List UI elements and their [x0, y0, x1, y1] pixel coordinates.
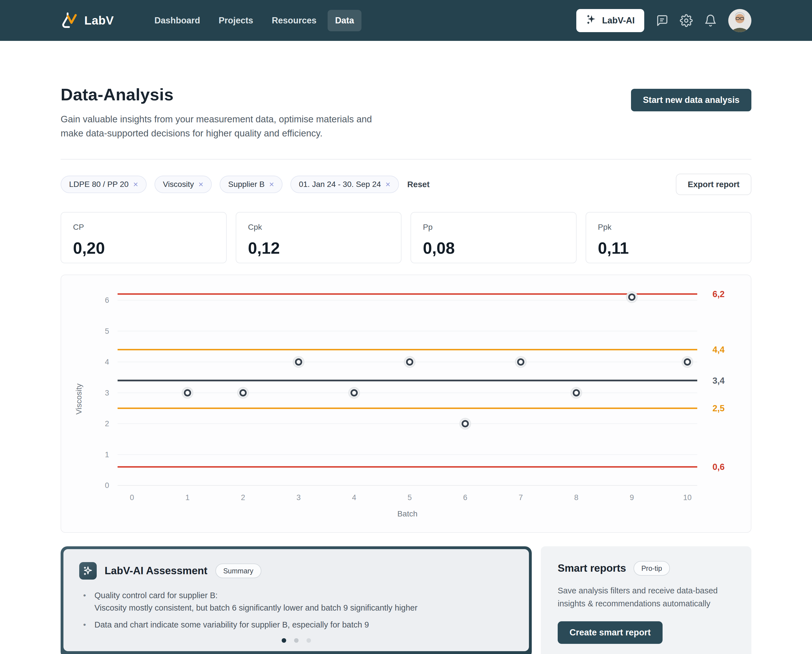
- pro-tip-badge: Pro-tip: [633, 561, 670, 576]
- nav-item-dashboard[interactable]: Dashboard: [147, 10, 208, 31]
- labv-ai-button-label: LabV-AI: [602, 15, 635, 26]
- data-point-batch-6[interactable]: [459, 418, 471, 429]
- x-tick-label: 9: [630, 493, 634, 502]
- metric-value: 0,11: [598, 238, 739, 257]
- y-tick-label: 3: [105, 389, 109, 397]
- bullet-dot: •: [83, 589, 95, 614]
- control-line-label-center-line: 3,4: [713, 376, 725, 386]
- x-tick-label: 5: [407, 493, 411, 502]
- assessment-carousel: [79, 638, 513, 643]
- x-tick-label: 2: [241, 493, 245, 502]
- carousel-dot-3[interactable]: [306, 638, 311, 643]
- data-point-batch-7[interactable]: [515, 356, 527, 368]
- assessment-header: LabV-AI Assessment Summary: [79, 562, 513, 579]
- carousel-dot-1[interactable]: [282, 638, 286, 643]
- smart-reports-title: Smart reports: [558, 562, 626, 574]
- metric-label: Ppk: [598, 223, 739, 232]
- y-tick-label: 2: [105, 419, 109, 428]
- section-divider: [61, 159, 751, 160]
- nav-item-data[interactable]: Data: [327, 10, 361, 31]
- y-tick-label: 4: [105, 358, 109, 366]
- control-chart-card: 0123456012345678910BatchViscosity6,24,43…: [61, 275, 751, 533]
- nav-item-resources[interactable]: Resources: [265, 10, 324, 31]
- close-icon[interactable]: ×: [385, 180, 390, 189]
- y-tick-label: 5: [105, 327, 109, 335]
- carousel-dot-2[interactable]: [294, 638, 298, 643]
- y-axis-label: Viscosity: [75, 384, 83, 414]
- filter-chip-material[interactable]: LDPE 80 / PP 20 ×: [61, 176, 147, 193]
- chat-icon: [656, 14, 668, 27]
- metric-label: Pp: [423, 223, 564, 232]
- x-tick-label: 6: [463, 493, 467, 502]
- metric-card-cp: CP 0,20: [61, 212, 227, 263]
- assessment-bullets: • Quality control card for supplier B: V…: [79, 589, 513, 631]
- metric-card-cpk: Cpk 0,12: [236, 212, 402, 263]
- close-icon[interactable]: ×: [133, 180, 138, 189]
- page-title: Data-Analysis: [61, 85, 372, 104]
- topbar-right: LabV-AI: [576, 9, 751, 32]
- data-point-batch-3[interactable]: [293, 356, 304, 368]
- data-point-batch-2[interactable]: [237, 387, 249, 399]
- smart-reports-description: Save analysis filters and receive data-b…: [558, 584, 734, 610]
- notifications-button[interactable]: [704, 14, 717, 27]
- user-avatar[interactable]: [728, 9, 751, 32]
- data-point-batch-1[interactable]: [182, 387, 193, 399]
- y-tick-label: 0: [105, 481, 109, 490]
- brand-name: LabV: [84, 14, 114, 28]
- ai-assessment-frame: LabV-AI Assessment Summary • Quality con…: [61, 546, 532, 654]
- data-point-batch-9[interactable]: [626, 291, 638, 303]
- flask-logo-icon: [61, 12, 78, 29]
- x-tick-label: 3: [296, 493, 301, 502]
- filter-chip-parameter[interactable]: Viscosity ×: [154, 176, 212, 193]
- metric-label: Cpk: [248, 223, 389, 232]
- smart-reports-card: Smart reports Pro-tip Save analysis filt…: [541, 546, 751, 654]
- metric-label: CP: [73, 223, 214, 232]
- reset-filters-button[interactable]: Reset: [407, 180, 430, 189]
- assessment-bullet: • Data and chart indicate some variabili…: [83, 619, 513, 631]
- nav-item-projects[interactable]: Projects: [211, 10, 260, 31]
- smart-reports-header: Smart reports Pro-tip: [558, 561, 734, 576]
- ai-assessment-card: LabV-AI Assessment Summary • Quality con…: [63, 549, 529, 651]
- labv-logo[interactable]: LabV: [61, 12, 114, 29]
- x-tick-label: 10: [683, 493, 691, 502]
- data-point-batch-10[interactable]: [682, 356, 693, 368]
- control-line-label-lower-warning-limit: 2,5: [713, 403, 725, 413]
- export-report-button[interactable]: Export report: [676, 174, 751, 195]
- feedback-button[interactable]: [656, 14, 668, 27]
- data-analysis-page: LabV Dashboard Projects Resources Data L…: [0, 0, 812, 654]
- x-tick-label: 0: [130, 493, 134, 502]
- data-point-batch-8[interactable]: [570, 387, 582, 399]
- x-tick-label: 7: [518, 493, 523, 502]
- y-tick-label: 6: [105, 296, 109, 304]
- summary-badge: Summary: [216, 564, 261, 578]
- top-navigation-bar: LabV Dashboard Projects Resources Data L…: [0, 0, 812, 41]
- labv-ai-button[interactable]: LabV-AI: [576, 9, 644, 32]
- metric-value: 0,12: [248, 238, 389, 257]
- filter-chip-daterange[interactable]: 01. Jan 24 - 30. Sep 24 ×: [291, 176, 399, 193]
- avatar-portrait: [728, 9, 751, 32]
- sparkle-icon: [79, 562, 97, 579]
- close-icon[interactable]: ×: [269, 180, 274, 189]
- start-new-analysis-button[interactable]: Start new data analysis: [631, 89, 751, 112]
- settings-button[interactable]: [680, 14, 693, 27]
- close-icon[interactable]: ×: [199, 180, 203, 189]
- x-tick-label: 4: [352, 493, 356, 502]
- bell-icon: [704, 14, 717, 27]
- filter-bar: LDPE 80 / PP 20 × Viscosity × Supplier B…: [61, 174, 751, 195]
- metric-card-pp: Pp 0,08: [410, 212, 577, 263]
- data-point-batch-5[interactable]: [404, 356, 416, 368]
- control-line-label-lower-spec-limit: 0,6: [713, 462, 725, 472]
- control-chart-svg: 0123456012345678910BatchViscosity6,24,43…: [61, 275, 749, 532]
- gear-icon: [680, 14, 693, 27]
- capability-metrics: CP 0,20 Cpk 0,12 Pp 0,08 Ppk 0,11: [61, 212, 751, 263]
- data-point-batch-4[interactable]: [348, 387, 360, 399]
- page-subtitle: Gain valuable insights from your measure…: [61, 112, 372, 141]
- y-tick-label: 1: [105, 451, 109, 459]
- bullet-dot: •: [83, 619, 95, 631]
- control-line-label-upper-warning-limit: 4,4: [713, 345, 725, 355]
- page-header: Data-Analysis Gain valuable insights fro…: [61, 85, 751, 141]
- create-smart-report-button[interactable]: Create smart report: [558, 621, 662, 644]
- control-line-label-upper-spec-limit: 6,2: [713, 289, 725, 299]
- bottom-cards: LabV-AI Assessment Summary • Quality con…: [61, 546, 751, 654]
- filter-chip-supplier[interactable]: Supplier B ×: [220, 176, 283, 193]
